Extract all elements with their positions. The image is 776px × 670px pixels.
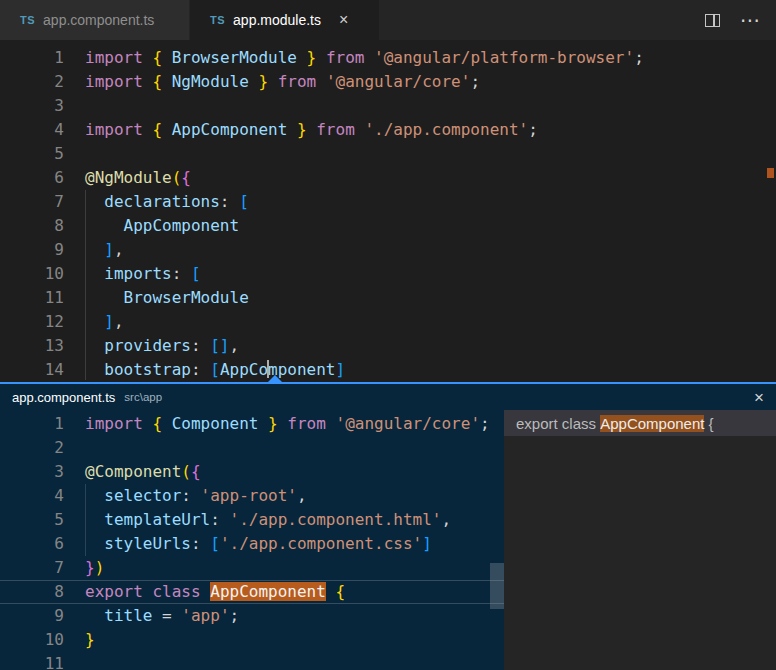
code-token: BrowserModule — [124, 288, 249, 307]
code-token: } — [258, 72, 268, 91]
line-number[interactable]: 7 — [0, 190, 64, 214]
code-token — [201, 582, 211, 601]
indent-guide — [85, 484, 86, 556]
close-icon[interactable]: × — [754, 389, 764, 406]
code-token: } — [307, 48, 317, 67]
more-actions-icon[interactable]: ⋯ — [740, 10, 760, 30]
code-token: ( — [181, 462, 191, 481]
code-token: } — [85, 630, 95, 649]
line-number[interactable]: 6 — [0, 532, 64, 556]
code-token — [85, 312, 104, 331]
code-line[interactable]: 13 providers: [], — [0, 334, 776, 358]
code-token — [326, 414, 336, 433]
code-token: { — [152, 120, 162, 139]
code-line[interactable]: 14 bootstrap: [AppComponent] — [0, 358, 776, 382]
line-number[interactable]: 12 — [0, 310, 64, 334]
code-token: , — [230, 336, 240, 355]
code-line[interactable]: 12 ], — [0, 310, 776, 334]
code-line[interactable]: 5 — [0, 142, 776, 166]
code-line[interactable]: 9 title = 'app'; — [0, 604, 504, 628]
line-number[interactable]: 7 — [0, 556, 64, 580]
code-line[interactable]: 7}) — [0, 556, 504, 580]
code-line[interactable]: 9 ], — [0, 238, 776, 262]
line-number[interactable]: 8 — [0, 214, 64, 238]
line-number[interactable]: 5 — [0, 142, 64, 166]
code-token: import — [85, 120, 143, 139]
line-number[interactable]: 10 — [0, 262, 64, 286]
line-number[interactable]: 11 — [0, 286, 64, 310]
peek-arrow — [266, 375, 284, 384]
line-number[interactable]: 10 — [0, 628, 64, 652]
tab-app-module-ts[interactable]: TS app.module.ts × — [190, 0, 380, 40]
code-line[interactable]: 3@Component({ — [0, 460, 504, 484]
line-number[interactable]: 2 — [0, 436, 64, 460]
line-number[interactable]: 2 — [0, 70, 64, 94]
line-number[interactable]: 1 — [0, 412, 64, 436]
code-token — [85, 336, 104, 355]
code-line[interactable]: 10 imports: [ — [0, 262, 776, 286]
code-token: selector — [104, 486, 181, 505]
close-icon[interactable]: × — [339, 12, 348, 28]
code-token: AppComponent — [172, 120, 288, 139]
line-number[interactable]: 13 — [0, 334, 64, 358]
line-number[interactable]: 8 — [0, 581, 64, 603]
code-text: @NgModule({ — [85, 166, 191, 190]
reference-list-item[interactable]: export class AppComponent { — [504, 410, 776, 436]
code-token: class — [152, 582, 200, 601]
line-number[interactable]: 3 — [0, 94, 64, 118]
code-line[interactable]: 11 — [0, 652, 504, 670]
code-token: AppComponent — [124, 216, 240, 235]
tab-app-component-ts[interactable]: TS app.component.ts — [0, 0, 190, 40]
line-number[interactable]: 5 — [0, 508, 64, 532]
code-line[interactable]: 4import { AppComponent } from './app.com… — [0, 118, 776, 142]
code-line[interactable]: 10} — [0, 628, 504, 652]
code-text: bootstrap: [AppComponent] — [85, 358, 345, 382]
code-token: : — [172, 264, 191, 283]
code-token: : — [220, 192, 239, 211]
code-token: import — [85, 72, 143, 91]
code-text: import { NgModule } from '@angular/core'… — [85, 70, 480, 94]
main-editor[interactable]: 1import { BrowserModule } from '@angular… — [0, 40, 776, 382]
code-text: templateUrl: './app.component.html', — [85, 508, 451, 532]
line-number[interactable]: 6 — [0, 166, 64, 190]
code-token: ) — [95, 558, 105, 577]
peek-title: app.component.ts — [12, 390, 115, 405]
line-number[interactable]: 9 — [0, 238, 64, 262]
line-number[interactable]: 4 — [0, 118, 64, 142]
line-number[interactable]: 14 — [0, 358, 64, 382]
code-line[interactable]: 11 BrowserModule — [0, 286, 776, 310]
code-token: providers — [104, 336, 191, 355]
code-token — [364, 48, 374, 67]
line-number[interactable]: 4 — [0, 484, 64, 508]
line-number[interactable]: 11 — [0, 652, 64, 670]
line-number[interactable]: 1 — [0, 46, 64, 70]
code-token — [85, 264, 104, 283]
code-token — [143, 72, 153, 91]
code-token — [143, 48, 153, 67]
line-number[interactable]: 9 — [0, 604, 64, 628]
code-line[interactable]: 2import { NgModule } from '@angular/core… — [0, 70, 776, 94]
code-line[interactable]: 2 — [0, 436, 504, 460]
code-line[interactable]: 1import { BrowserModule } from '@angular… — [0, 46, 776, 70]
code-line[interactable]: 1import { Component } from '@angular/cor… — [0, 412, 504, 436]
code-token: ] — [335, 360, 345, 379]
code-token: , — [441, 510, 451, 529]
code-line[interactable]: 5 templateUrl: './app.component.html', — [0, 508, 504, 532]
code-line[interactable]: 8 AppComponent — [0, 214, 776, 238]
code-token — [316, 48, 326, 67]
result-match-highlight: AppComponent — [600, 415, 704, 432]
code-token — [278, 414, 288, 433]
code-token: [ — [210, 360, 220, 379]
peek-editor[interactable]: 1import { Component } from '@angular/cor… — [0, 410, 504, 670]
code-line[interactable]: 7 declarations: [ — [0, 190, 776, 214]
scrollbar-handle[interactable] — [490, 563, 504, 609]
code-token: : — [181, 486, 200, 505]
code-line[interactable]: 6 styleUrls: ['./app.component.css'] — [0, 532, 504, 556]
code-line[interactable]: 8export class AppComponent { — [0, 580, 504, 604]
tab-label: app.module.ts — [233, 12, 321, 28]
code-line[interactable]: 3 — [0, 94, 776, 118]
code-line[interactable]: 6@NgModule({ — [0, 166, 776, 190]
split-editor-icon[interactable] — [705, 14, 720, 27]
line-number[interactable]: 3 — [0, 460, 64, 484]
code-line[interactable]: 4 selector: 'app-root', — [0, 484, 504, 508]
